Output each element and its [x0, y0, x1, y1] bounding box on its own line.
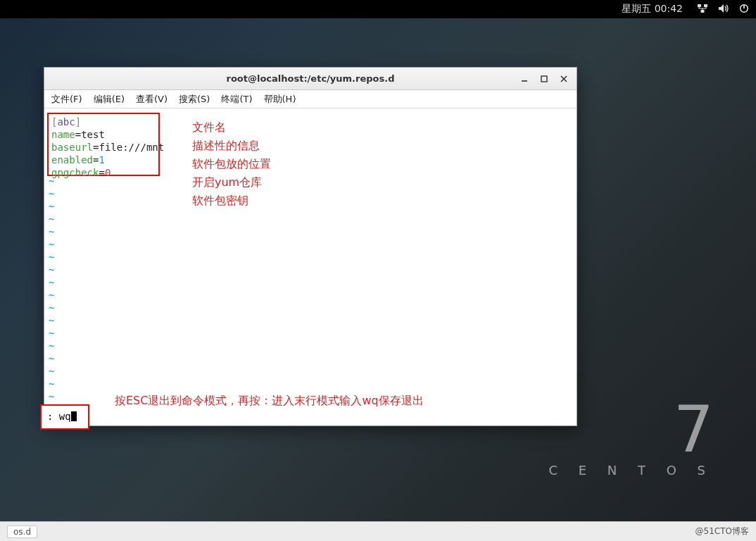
menu-help[interactable]: 帮助(H): [264, 93, 296, 106]
annotation-pkg-path: 软件包放的位置: [192, 155, 271, 173]
menu-terminal[interactable]: 终端(T): [221, 93, 252, 106]
menu-file[interactable]: 文件(F): [51, 93, 82, 106]
annotation-enable-yum: 开启yum仓库: [192, 173, 271, 192]
svg-rect-2: [701, 10, 705, 13]
gnome-top-panel: 星期五 00:42: [0, 0, 756, 18]
vim-tilde-column: ~ ~ ~ ~ ~ ~ ~ ~ ~ ~ ~ ~ ~ ~ ~ ~ ~ ~ ~: [49, 175, 54, 416]
annotation-descinfo: 描述性的信息: [192, 137, 271, 155]
terminal-body[interactable]: [abc] name=test baseurl=file:///mnt enab…: [44, 108, 577, 425]
config-gpgcheck-line: gpgcheck=0: [51, 166, 156, 179]
close-button[interactable]: [555, 72, 572, 86]
menu-edit[interactable]: 编辑(E): [94, 93, 125, 106]
config-enabled-line: enabled=1: [51, 154, 156, 166]
window-title: root@localhost:/etc/yum.repos.d: [226, 73, 394, 84]
annotation-filename: 文件名: [192, 118, 271, 137]
centos-name: C E N T O S: [548, 463, 714, 478]
taskbar-item[interactable]: os.d: [7, 526, 37, 538]
svg-rect-6: [541, 76, 547, 82]
cursor-icon: [71, 411, 77, 421]
clock[interactable]: 星期五 00:42: [622, 3, 683, 15]
annotation-block: 文件名 描述性的信息 软件包放的位置 开启yum仓库 软件包密钥: [192, 118, 271, 210]
system-tray: [697, 4, 749, 15]
volume-icon[interactable]: [718, 4, 729, 15]
window-controls: [516, 68, 572, 89]
host-taskbar: os.d @51CTO博客: [0, 521, 756, 541]
svg-rect-1: [704, 4, 707, 7]
window-titlebar[interactable]: root@localhost:/etc/yum.repos.d: [44, 68, 577, 90]
config-baseurl-line: baseurl=file:///mnt: [51, 141, 156, 154]
config-highlight-box: [abc] name=test baseurl=file:///mnt enab…: [47, 113, 160, 176]
annotation-pkg-key: 软件包密钥: [192, 192, 271, 210]
terminal-window: root@localhost:/etc/yum.repos.d 文件(F) 编辑…: [44, 67, 577, 426]
config-name-line: name=test: [51, 128, 156, 141]
config-section-line: [abc]: [51, 116, 156, 128]
vim-cmdline[interactable]: : wq: [47, 411, 77, 422]
svg-rect-0: [698, 4, 701, 7]
minimize-button[interactable]: [516, 72, 533, 86]
hint-text: 按ESC退出到命令模式，再按：进入末行模式输入wq保存退出: [115, 394, 424, 407]
menu-view[interactable]: 查看(V): [136, 93, 168, 106]
watermark-credit: @51CTO博客: [695, 526, 749, 537]
menu-search[interactable]: 搜索(S): [179, 93, 210, 106]
maximize-button[interactable]: [536, 72, 553, 86]
network-icon[interactable]: [697, 4, 708, 15]
power-icon[interactable]: [739, 4, 749, 15]
cmdline-highlight-box: : wq: [40, 404, 89, 430]
menubar: 文件(F) 编辑(E) 查看(V) 搜索(S) 终端(T) 帮助(H): [44, 90, 577, 108]
